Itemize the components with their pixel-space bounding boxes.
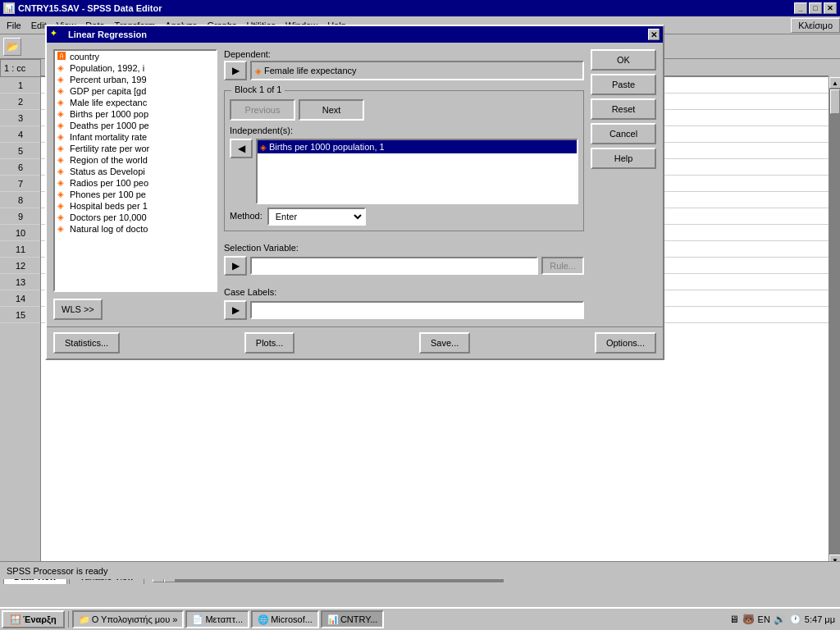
dependent-value: Female life expectancy (264, 66, 357, 75)
dependent-field: ◈ Female life expectancy (250, 61, 584, 80)
vertical-scrollbar[interactable]: ▲ ▼ (829, 77, 840, 566)
help-button[interactable]: Help (591, 148, 656, 169)
row-num-10: 10 (0, 225, 41, 241)
ok-button[interactable]: OK (591, 49, 656, 71)
close-button[interactable]: ✕ (824, 2, 837, 14)
var-icon-log-doctors: ◈ (57, 224, 67, 234)
taskbar-item-0[interactable]: 📁 Ο Υπολογιστής μου » (72, 610, 185, 628)
row-num-1: 1 (0, 77, 41, 94)
variable-list-panel: 🅰 country ◈ Population, 1992, i ◈ Percen… (53, 49, 217, 320)
var-item-urban[interactable]: ◈ Percent urban, 199 (55, 74, 216, 85)
scroll-thumb[interactable] (830, 89, 840, 114)
maximize-button[interactable]: □ (809, 2, 822, 14)
dialog-close-button[interactable]: ✕ (648, 29, 660, 40)
app-icon: 📊 (3, 2, 15, 14)
taskbar-item-2[interactable]: 🌐 Microsof... (251, 610, 319, 628)
windows-logo: 🪟 (10, 614, 21, 625)
scroll-track[interactable] (829, 89, 840, 555)
var-item-status[interactable]: ◈ Status as Developi (55, 166, 216, 177)
paste-button[interactable]: Paste (591, 74, 656, 95)
plots-button[interactable]: Plots... (244, 332, 295, 354)
var-item-radios[interactable]: ◈ Radios per 100 peo (55, 177, 216, 189)
var-icon-gdp: ◈ (57, 86, 67, 96)
var-item-gdp[interactable]: ◈ GDP per capita [gd (55, 85, 216, 97)
case-labels-row: ▶ (224, 300, 584, 320)
var-item-phones[interactable]: ◈ Phones per 100 pe (55, 189, 216, 200)
var-item-deaths[interactable]: ◈ Deaths per 1000 pe (55, 120, 216, 131)
var-item-infant[interactable]: ◈ Infant mortality rate (55, 131, 216, 143)
row-col-indicator: 1 : cc (0, 59, 41, 77)
app-icon-1: 📄 (192, 614, 203, 625)
start-button[interactable]: 🪟 Έναρξη (2, 610, 65, 628)
row-num-8: 8 (0, 192, 41, 208)
independent-label: Independent(s): (230, 126, 578, 135)
selection-variable-label: Selection Variable: (224, 243, 584, 253)
row-num-12: 12 (0, 258, 41, 274)
sel-var-arrow-button[interactable]: ▶ (224, 256, 247, 276)
row-num-3: 3 (0, 110, 41, 126)
var-icon-status: ◈ (57, 167, 67, 176)
method-select[interactable]: Enter (267, 208, 366, 226)
window-title: CNTRY15.SAV - SPSS Data Editor (18, 3, 162, 13)
var-icon-region: ◈ (57, 155, 67, 165)
var-item-log-doctors[interactable]: ◈ Natural log of docto (55, 223, 216, 235)
statistics-button[interactable]: Statistics... (53, 332, 120, 354)
row-num-6: 6 (0, 159, 41, 176)
var-item-population[interactable]: ◈ Population, 1992, i (55, 62, 216, 74)
dialog-title: Linear Regression (68, 30, 147, 39)
dependent-section: Dependent: ▶ ◈ Female life expectancy (224, 49, 584, 80)
dialog-body: 🅰 country ◈ Population, 1992, i ◈ Percen… (47, 43, 663, 326)
var-item-male-life[interactable]: ◈ Male life expectanc (55, 97, 216, 108)
indep-icon: ◈ (260, 143, 267, 152)
var-item-doctors[interactable]: ◈ Doctors per 10,000 (55, 212, 216, 223)
var-item-fertility[interactable]: ◈ Fertility rate per wor (55, 143, 216, 154)
var-icon-hospital: ◈ (57, 201, 67, 211)
var-item-country[interactable]: 🅰 country (55, 51, 216, 62)
center-panel: Dependent: ▶ ◈ Female life expectancy Bl… (224, 49, 584, 320)
var-item-births[interactable]: ◈ Births per 1000 pop (55, 108, 216, 120)
reset-button[interactable]: Reset (591, 98, 656, 120)
status-bar: SPSS Processor is ready (0, 561, 840, 579)
var-item-hospital[interactable]: ◈ Hospital beds per 1 (55, 200, 216, 212)
row-num-9: 9 (0, 208, 41, 225)
prev-next-row: Previous Next (230, 99, 578, 121)
independent-list[interactable]: ◈ Births per 1000 population, 1 (256, 139, 578, 204)
scroll-up-arrow[interactable]: ▲ (829, 77, 840, 89)
case-labels-field[interactable] (250, 301, 584, 319)
var-icon-deaths: ◈ (57, 121, 67, 130)
kleisimo-button[interactable]: Κλείσιμο (791, 18, 840, 33)
options-button[interactable]: Options... (595, 332, 656, 354)
indep-item-births[interactable]: ◈ Births per 1000 population, 1 (258, 140, 577, 153)
variable-list-box[interactable]: 🅰 country ◈ Population, 1992, i ◈ Percen… (53, 49, 217, 292)
status-text: SPSS Processor is ready (7, 566, 108, 576)
case-labels-section: Case Labels: ▶ (224, 287, 584, 320)
wls-button[interactable]: WLS >> (53, 299, 103, 320)
previous-button[interactable]: Previous (230, 99, 295, 121)
case-labels-arrow-button[interactable]: ▶ (224, 300, 247, 320)
method-row: Method: Enter (230, 208, 578, 226)
taskbar-item-1[interactable]: 📄 Μεταπτ... (185, 610, 249, 628)
dep-field-icon: ◈ (255, 66, 262, 75)
block-legend: Block 1 of 1 (231, 84, 285, 94)
dependent-row: ▶ ◈ Female life expectancy (224, 61, 584, 80)
dialog-bottom-buttons: Statistics... Plots... Save... Options..… (47, 326, 663, 358)
var-item-region[interactable]: ◈ Region of the world (55, 154, 216, 166)
selection-variable-field[interactable] (250, 257, 538, 275)
case-labels-label: Case Labels: (224, 287, 584, 297)
rule-button[interactable]: Rule... (541, 257, 584, 275)
taskbar-item-3[interactable]: 📊 CNTRY... (321, 610, 384, 628)
tray-icon-network: 🖥 (729, 614, 739, 625)
cancel-button[interactable]: Cancel (591, 123, 656, 144)
minimize-button[interactable]: _ (794, 2, 807, 14)
independent-row: ◀ ◈ Births per 1000 population, 1 (230, 139, 578, 204)
indep-value: Births per 1000 population, 1 (269, 142, 385, 152)
next-button[interactable]: Next (299, 99, 364, 121)
save-button[interactable]: Save... (419, 332, 470, 354)
dep-arrow-button[interactable]: ▶ (224, 61, 247, 80)
menu-file[interactable]: File (2, 19, 26, 32)
var-icon-male-life: ◈ (57, 98, 67, 107)
indep-arrow-button[interactable]: ◀ (230, 139, 253, 158)
app-icon-2: 🌐 (258, 614, 269, 625)
linear-regression-dialog: ✦ Linear Regression ✕ 🅰 country ◈ Popula… (45, 25, 664, 360)
toolbar-open-btn[interactable]: 📂 (3, 38, 21, 56)
